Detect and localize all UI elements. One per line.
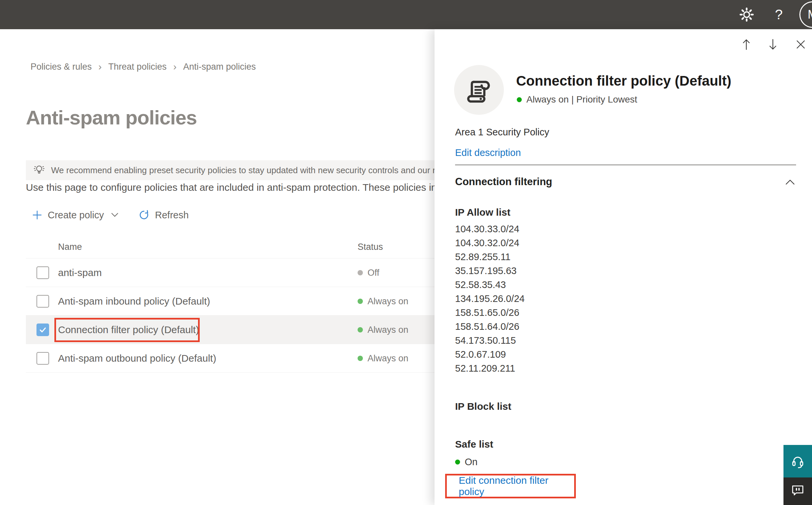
policy-name: Anti-spam inbound policy (Default) — [58, 287, 210, 316]
status-dot-on — [517, 97, 522, 102]
ip-allow-list-title: IP Allow list — [455, 207, 511, 218]
edit-connection-filter-policy-link[interactable]: Edit connection filter policy — [459, 475, 574, 497]
create-policy-label: Create policy — [48, 210, 104, 221]
avatar-initial: M — [808, 8, 812, 22]
breadcrumb-policies-rules[interactable]: Policies & rules — [30, 62, 92, 72]
ip-block-list-title: IP Block list — [455, 401, 512, 412]
status-label: Always on — [368, 325, 408, 335]
column-header-status: Status — [358, 242, 383, 252]
plus-icon — [32, 210, 42, 220]
status-label: Always on — [368, 353, 408, 364]
column-header-name: Name — [58, 242, 82, 252]
row-checkbox[interactable] — [36, 267, 49, 279]
status-badge: Always on — [358, 316, 408, 344]
feedback-speech-bubble-icon — [790, 483, 805, 498]
refresh-button[interactable]: Refresh — [138, 209, 189, 221]
safe-list-title: Safe list — [455, 439, 493, 450]
top-bar: ? M — [0, 0, 812, 29]
status-badge: Always on — [358, 344, 408, 373]
flyout-status-text: Always on | Priority Lowest — [527, 94, 637, 105]
breadcrumb: Policies & rules › Threat policies › Ant… — [30, 61, 256, 72]
policy-name: Anti-spam outbound policy (Default) — [58, 344, 216, 373]
table-row[interactable]: anti-spam Off — [26, 259, 434, 287]
ip-entry: 52.0.67.109 — [455, 347, 525, 361]
table-row[interactable]: Anti-spam outbound policy (Default) Alwa… — [26, 344, 434, 373]
page-title: Anti-spam policies — [26, 106, 197, 129]
policy-table: Name Status anti-spam Off Anti-spam inbo… — [26, 236, 434, 373]
ip-entry: 54.173.50.115 — [455, 333, 525, 347]
chevron-down-icon — [111, 213, 119, 217]
ip-entry: 52.89.255.11 — [455, 250, 525, 264]
ip-entry: 158.51.64.0/26 — [455, 320, 525, 333]
ip-allow-list: 104.30.33.0/24 104.30.32.0/24 52.89.255.… — [455, 222, 525, 375]
create-policy-button[interactable]: Create policy — [32, 210, 119, 221]
policy-name: Connection filter policy (Default) — [58, 316, 199, 344]
table-row-selected[interactable]: Connection filter policy (Default) Alway… — [26, 316, 434, 344]
status-dot-on — [358, 299, 363, 304]
check-icon — [39, 326, 47, 334]
ip-entry: 104.30.32.0/24 — [455, 236, 525, 250]
status-dot-off — [358, 270, 363, 276]
ip-entry: 52.11.209.211 — [455, 361, 525, 375]
policy-details-flyout: Connection filter policy (Default) Alway… — [434, 29, 812, 505]
section-title-connection-filtering: Connection filtering — [455, 176, 552, 188]
safe-list-status: On — [455, 457, 478, 468]
table-row[interactable]: Anti-spam inbound policy (Default) Alway… — [26, 287, 434, 316]
breadcrumb-anti-spam-policies[interactable]: Anti-spam policies — [183, 62, 256, 72]
status-dot-on — [358, 327, 363, 332]
row-checkbox[interactable] — [36, 352, 49, 365]
toolbar: Create policy Refresh — [32, 207, 189, 223]
safe-list-status-label: On — [465, 457, 478, 468]
status-badge: Off — [358, 259, 380, 287]
headset-icon — [790, 453, 806, 469]
close-icon[interactable] — [793, 37, 808, 52]
breadcrumb-separator-icon: › — [98, 61, 102, 72]
divider — [455, 165, 796, 165]
account-avatar[interactable]: M — [799, 1, 812, 28]
flyout-status-line: Always on | Priority Lowest — [517, 94, 637, 105]
ip-entry: 104.30.33.0/24 — [455, 222, 525, 236]
lightbulb-icon — [33, 164, 45, 177]
help-icon[interactable]: ? — [768, 0, 789, 29]
ip-entry: 52.58.35.43 — [455, 278, 525, 292]
refresh-label: Refresh — [155, 210, 189, 221]
policy-description: Area 1 Security Policy — [455, 127, 549, 138]
breadcrumb-separator-icon: › — [173, 61, 177, 72]
support-headset-button[interactable] — [784, 445, 812, 478]
banner-text: We recommend enabling preset security po… — [51, 165, 434, 176]
chevron-up-collapse-icon[interactable] — [784, 177, 797, 187]
previous-item-arrow-up-icon[interactable] — [739, 37, 754, 52]
flyout-title: Connection filter policy (Default) — [516, 73, 798, 89]
status-dot-on — [455, 460, 460, 465]
breadcrumb-threat-policies[interactable]: Threat policies — [109, 62, 167, 72]
row-checkbox-checked[interactable] — [36, 324, 49, 336]
screen: ? M Policies & rules › Threat policies ›… — [0, 0, 812, 505]
row-checkbox[interactable] — [36, 295, 49, 308]
refresh-icon — [138, 209, 150, 221]
status-label: Off — [368, 268, 380, 278]
edit-description-link[interactable]: Edit description — [455, 147, 521, 158]
page-description: Use this page to configure policies that… — [26, 182, 434, 193]
status-dot-on — [358, 356, 363, 361]
settings-gear-icon[interactable] — [736, 0, 757, 29]
next-item-arrow-down-icon[interactable] — [766, 37, 780, 52]
ip-entry: 158.51.65.0/26 — [455, 306, 525, 320]
recommendation-banner: We recommend enabling preset security po… — [26, 160, 434, 180]
ip-entry: 35.157.195.63 — [455, 264, 525, 278]
policy-name: anti-spam — [58, 259, 102, 287]
edit-link-annotation-box: Edit connection filter policy — [445, 474, 576, 498]
main-content: Policies & rules › Threat policies › Ant… — [0, 29, 434, 505]
ip-entry: 134.195.26.0/24 — [455, 292, 525, 306]
table-header: Name Status — [26, 236, 434, 259]
status-label: Always on — [368, 296, 408, 307]
feedback-button[interactable] — [784, 478, 812, 505]
status-badge: Always on — [358, 287, 408, 316]
policy-scroll-icon — [454, 65, 504, 115]
